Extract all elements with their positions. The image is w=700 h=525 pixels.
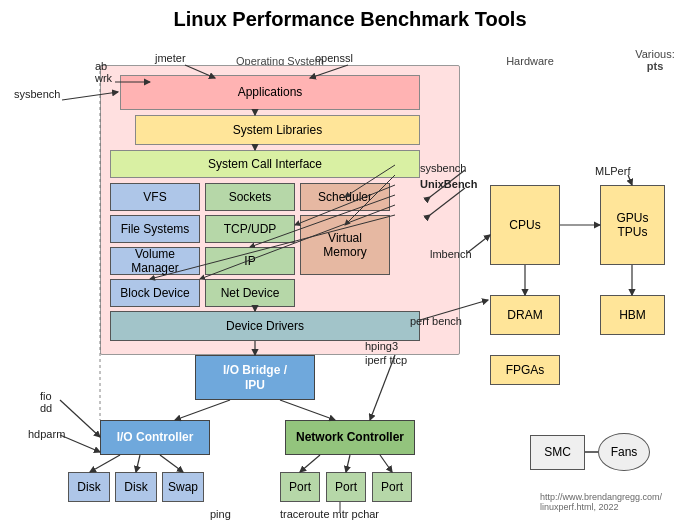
net-device-box: Net Device	[205, 279, 295, 307]
io-bridge-label: I/O Bridge / IPU	[223, 363, 287, 392]
swap-box: Swap	[162, 472, 204, 502]
svg-line-25	[370, 355, 395, 420]
fans-box: Fans	[598, 433, 650, 471]
ann-traceroute: traceroute mtr pchar	[280, 508, 379, 520]
system-libraries-label: System Libraries	[233, 123, 322, 137]
dram-box: DRAM	[490, 295, 560, 335]
cpus-label: CPUs	[509, 218, 540, 232]
file-systems-box: File Systems	[110, 215, 200, 243]
svg-line-18	[346, 455, 350, 472]
file-systems-label: File Systems	[121, 222, 190, 236]
disk1-label: Disk	[77, 480, 100, 494]
svg-line-14	[90, 455, 120, 472]
swap-label: Swap	[168, 480, 198, 494]
fpgas-box: FPGAs	[490, 355, 560, 385]
diagram: Linux Performance Benchmark Tools Operat…	[0, 0, 700, 525]
ann-jmeter: jmeter	[155, 52, 186, 64]
smc-box: SMC	[530, 435, 585, 470]
svg-line-17	[300, 455, 320, 472]
cpus-box: CPUs	[490, 185, 560, 265]
ip-label: IP	[244, 254, 255, 268]
hbm-box: HBM	[600, 295, 665, 335]
system-libraries-box: System Libraries	[135, 115, 420, 145]
svg-line-23	[60, 400, 100, 437]
device-drivers-box: Device Drivers	[110, 311, 420, 341]
sockets-label: Sockets	[229, 190, 272, 204]
disk2-label: Disk	[124, 480, 147, 494]
ann-mlperf: MLPerf	[595, 165, 630, 177]
disk1-box: Disk	[68, 472, 110, 502]
hw-section-label: Hardware	[490, 55, 570, 67]
ann-fio-dd: fio dd	[40, 390, 52, 414]
port3-box: Port	[372, 472, 412, 502]
io-controller-label: I/O Controller	[117, 430, 194, 444]
applications-label: Applications	[238, 85, 303, 99]
svg-line-8	[628, 175, 632, 185]
svg-line-24	[60, 435, 100, 452]
network-controller-label: Network Controller	[296, 430, 404, 444]
ann-ping: ping	[210, 508, 231, 520]
port1-label: Port	[289, 480, 311, 494]
smc-label: SMC	[544, 445, 571, 459]
gpus-tpus-label: GPUs TPUs	[616, 211, 648, 240]
io-controller-box: I/O Controller	[100, 420, 210, 455]
fpgas-label: FPGAs	[506, 363, 545, 377]
url-credit: http://www.brendangregg.com/linuxperf.ht…	[540, 492, 662, 512]
svg-line-12	[175, 400, 230, 420]
ann-hdparm: hdparm	[28, 428, 65, 440]
svg-line-13	[280, 400, 335, 420]
tcp-udp-label: TCP/UDP	[224, 222, 277, 236]
svg-line-19	[380, 455, 392, 472]
port1-box: Port	[280, 472, 320, 502]
gpus-tpus-box: GPUs TPUs	[600, 185, 665, 265]
ann-iperf-ttcp: iperf ttcp	[365, 354, 407, 366]
volume-manager-label: Volume Manager	[111, 247, 199, 276]
dram-label: DRAM	[507, 308, 542, 322]
ann-sysbench-left: sysbench	[14, 88, 60, 100]
port3-label: Port	[381, 480, 403, 494]
applications-box: Applications	[120, 75, 420, 110]
ip-box: IP	[205, 247, 295, 275]
io-bridge-box: I/O Bridge / IPU	[195, 355, 315, 400]
sci-box: System Call Interface	[110, 150, 420, 178]
scheduler-label: Scheduler	[318, 190, 372, 204]
sockets-box: Sockets	[205, 183, 295, 211]
network-controller-box: Network Controller	[285, 420, 415, 455]
svg-line-15	[136, 455, 140, 472]
block-device-label: Block Device	[120, 286, 189, 300]
port2-label: Port	[335, 480, 357, 494]
device-drivers-label: Device Drivers	[226, 319, 304, 333]
fans-label: Fans	[611, 445, 638, 459]
port2-box: Port	[326, 472, 366, 502]
vfs-label: VFS	[143, 190, 166, 204]
hbm-label: HBM	[619, 308, 646, 322]
block-device-box: Block Device	[110, 279, 200, 307]
tcp-udp-box: TCP/UDP	[205, 215, 295, 243]
page-title: Linux Performance Benchmark Tools	[0, 8, 700, 31]
virtual-memory-box: Virtual Memory	[300, 215, 390, 275]
virtual-memory-label: Virtual Memory	[323, 231, 366, 260]
various-label: Various:	[620, 48, 690, 60]
svg-line-9	[467, 235, 490, 253]
various-val: pts	[630, 60, 680, 72]
scheduler-box: Scheduler	[300, 183, 390, 211]
vfs-box: VFS	[110, 183, 200, 211]
sci-label: System Call Interface	[208, 157, 322, 171]
svg-line-16	[160, 455, 183, 472]
volume-manager-box: Volume Manager	[110, 247, 200, 275]
disk2-box: Disk	[115, 472, 157, 502]
net-device-label: Net Device	[221, 286, 280, 300]
